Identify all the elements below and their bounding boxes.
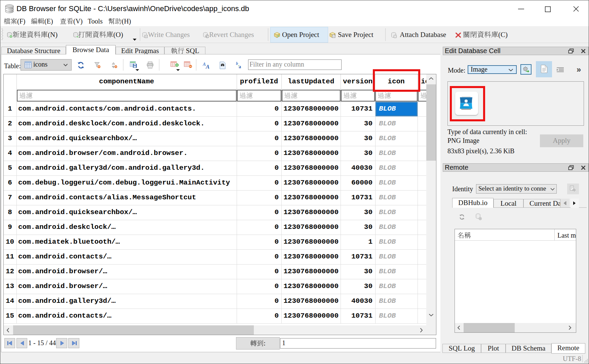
svg-text:a: a — [239, 64, 241, 69]
svg-text:A: A — [203, 62, 206, 67]
svg-text:b: b — [236, 62, 238, 66]
svg-text:A: A — [205, 64, 209, 69]
